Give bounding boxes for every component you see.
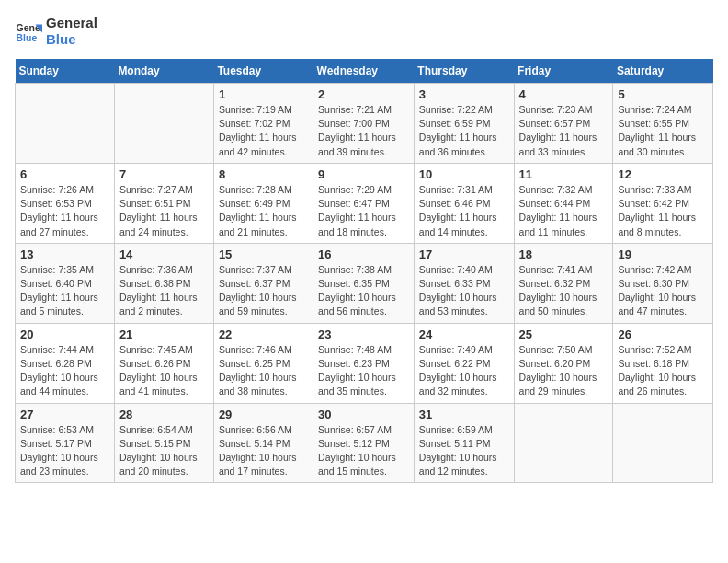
day-number: 14: [119, 247, 209, 261]
weekday-header-wednesday: Wednesday: [313, 59, 415, 84]
logo-icon: General Blue: [15, 17, 42, 45]
calendar-table: SundayMondayTuesdayWednesdayThursdayFrid…: [15, 59, 713, 483]
calendar-cell: 10Sunrise: 7:31 AM Sunset: 6:46 PM Dayli…: [414, 163, 514, 243]
svg-text:Blue: Blue: [17, 32, 38, 43]
weekday-header-thursday: Thursday: [414, 59, 514, 84]
calendar-cell: [514, 403, 613, 483]
calendar-week-2: 6Sunrise: 7:26 AM Sunset: 6:53 PM Daylig…: [16, 163, 713, 243]
weekday-header-row: SundayMondayTuesdayWednesdayThursdayFrid…: [16, 59, 713, 84]
day-number: 2: [318, 87, 409, 101]
day-number: 25: [519, 327, 609, 341]
calendar-cell: [16, 84, 115, 164]
day-info: Sunrise: 7:45 AM Sunset: 6:26 PM Dayligh…: [119, 343, 209, 399]
day-info: Sunrise: 7:42 AM Sunset: 6:30 PM Dayligh…: [618, 263, 708, 319]
day-number: 12: [618, 167, 708, 181]
day-info: Sunrise: 7:50 AM Sunset: 6:20 PM Dayligh…: [519, 343, 609, 399]
calendar-cell: 1Sunrise: 7:19 AM Sunset: 7:02 PM Daylig…: [213, 84, 313, 164]
weekday-header-saturday: Saturday: [613, 59, 713, 84]
calendar-cell: 9Sunrise: 7:29 AM Sunset: 6:47 PM Daylig…: [313, 163, 415, 243]
calendar-week-4: 20Sunrise: 7:44 AM Sunset: 6:28 PM Dayli…: [16, 323, 713, 403]
day-number: 30: [318, 408, 409, 421]
day-info: Sunrise: 7:29 AM Sunset: 6:47 PM Dayligh…: [318, 183, 409, 239]
calendar-cell: 28Sunrise: 6:54 AM Sunset: 5:15 PM Dayli…: [114, 403, 213, 483]
calendar-cell: 18Sunrise: 7:41 AM Sunset: 6:32 PM Dayli…: [514, 243, 613, 323]
day-info: Sunrise: 7:19 AM Sunset: 7:02 PM Dayligh…: [219, 103, 308, 159]
day-info: Sunrise: 6:53 AM Sunset: 5:17 PM Dayligh…: [20, 423, 109, 479]
calendar-cell: 21Sunrise: 7:45 AM Sunset: 6:26 PM Dayli…: [114, 323, 213, 403]
day-info: Sunrise: 7:52 AM Sunset: 6:18 PM Dayligh…: [618, 343, 708, 399]
day-number: 28: [119, 408, 209, 421]
calendar-cell: 26Sunrise: 7:52 AM Sunset: 6:18 PM Dayli…: [613, 323, 713, 403]
weekday-header-friday: Friday: [514, 59, 613, 84]
calendar-cell: 4Sunrise: 7:23 AM Sunset: 6:57 PM Daylig…: [514, 84, 613, 164]
calendar-cell: 3Sunrise: 7:22 AM Sunset: 6:59 PM Daylig…: [414, 84, 514, 164]
day-info: Sunrise: 7:33 AM Sunset: 6:42 PM Dayligh…: [618, 183, 708, 239]
day-info: Sunrise: 7:24 AM Sunset: 6:55 PM Dayligh…: [618, 103, 708, 159]
day-number: 3: [419, 87, 509, 101]
calendar-cell: 29Sunrise: 6:56 AM Sunset: 5:14 PM Dayli…: [213, 403, 313, 483]
day-info: Sunrise: 7:35 AM Sunset: 6:40 PM Dayligh…: [20, 263, 109, 319]
day-info: Sunrise: 7:48 AM Sunset: 6:23 PM Dayligh…: [318, 343, 409, 399]
page-header: General Blue General Blue: [15, 15, 713, 48]
weekday-header-tuesday: Tuesday: [213, 59, 313, 84]
day-info: Sunrise: 6:59 AM Sunset: 5:11 PM Dayligh…: [419, 423, 509, 479]
calendar-cell: 27Sunrise: 6:53 AM Sunset: 5:17 PM Dayli…: [16, 403, 115, 483]
calendar-cell: 22Sunrise: 7:46 AM Sunset: 6:25 PM Dayli…: [213, 323, 313, 403]
day-number: 13: [20, 247, 109, 261]
calendar-cell: [114, 84, 213, 164]
calendar-cell: 19Sunrise: 7:42 AM Sunset: 6:30 PM Dayli…: [613, 243, 713, 323]
calendar-cell: 23Sunrise: 7:48 AM Sunset: 6:23 PM Dayli…: [313, 323, 415, 403]
day-info: Sunrise: 6:56 AM Sunset: 5:14 PM Dayligh…: [219, 423, 308, 479]
day-info: Sunrise: 6:54 AM Sunset: 5:15 PM Dayligh…: [119, 423, 209, 479]
day-info: Sunrise: 7:21 AM Sunset: 7:00 PM Dayligh…: [318, 103, 409, 159]
calendar-cell: 14Sunrise: 7:36 AM Sunset: 6:38 PM Dayli…: [114, 243, 213, 323]
calendar-cell: 12Sunrise: 7:33 AM Sunset: 6:42 PM Dayli…: [613, 163, 713, 243]
weekday-header-monday: Monday: [114, 59, 213, 84]
day-info: Sunrise: 7:38 AM Sunset: 6:35 PM Dayligh…: [318, 263, 409, 319]
day-info: Sunrise: 7:22 AM Sunset: 6:59 PM Dayligh…: [419, 103, 509, 159]
day-number: 10: [419, 167, 509, 181]
weekday-header-sunday: Sunday: [16, 59, 115, 84]
calendar-cell: 25Sunrise: 7:50 AM Sunset: 6:20 PM Dayli…: [514, 323, 613, 403]
day-info: Sunrise: 7:36 AM Sunset: 6:38 PM Dayligh…: [119, 263, 209, 319]
calendar-cell: 24Sunrise: 7:49 AM Sunset: 6:22 PM Dayli…: [414, 323, 514, 403]
day-info: Sunrise: 7:28 AM Sunset: 6:49 PM Dayligh…: [219, 183, 308, 239]
day-number: 29: [219, 408, 308, 421]
logo: General Blue General Blue: [15, 15, 97, 48]
day-info: Sunrise: 7:31 AM Sunset: 6:46 PM Dayligh…: [419, 183, 509, 239]
calendar-cell: 20Sunrise: 7:44 AM Sunset: 6:28 PM Dayli…: [16, 323, 115, 403]
calendar-cell: [613, 403, 713, 483]
calendar-cell: 7Sunrise: 7:27 AM Sunset: 6:51 PM Daylig…: [114, 163, 213, 243]
day-info: Sunrise: 7:23 AM Sunset: 6:57 PM Dayligh…: [519, 103, 609, 159]
day-info: Sunrise: 6:57 AM Sunset: 5:12 PM Dayligh…: [318, 423, 409, 479]
day-number: 18: [519, 247, 609, 261]
day-number: 1: [219, 87, 308, 101]
day-info: Sunrise: 7:44 AM Sunset: 6:28 PM Dayligh…: [20, 343, 109, 399]
day-number: 9: [318, 167, 409, 181]
calendar-cell: 16Sunrise: 7:38 AM Sunset: 6:35 PM Dayli…: [313, 243, 415, 323]
day-info: Sunrise: 7:37 AM Sunset: 6:37 PM Dayligh…: [219, 263, 308, 319]
day-info: Sunrise: 7:27 AM Sunset: 6:51 PM Dayligh…: [119, 183, 209, 239]
day-number: 8: [219, 167, 308, 181]
calendar-week-1: 1Sunrise: 7:19 AM Sunset: 7:02 PM Daylig…: [16, 84, 713, 164]
day-number: 20: [20, 327, 109, 341]
calendar-cell: 2Sunrise: 7:21 AM Sunset: 7:00 PM Daylig…: [313, 84, 415, 164]
day-number: 26: [618, 327, 708, 341]
calendar-cell: 17Sunrise: 7:40 AM Sunset: 6:33 PM Dayli…: [414, 243, 514, 323]
day-info: Sunrise: 7:46 AM Sunset: 6:25 PM Dayligh…: [219, 343, 308, 399]
day-info: Sunrise: 7:40 AM Sunset: 6:33 PM Dayligh…: [419, 263, 509, 319]
day-number: 23: [318, 327, 409, 341]
day-number: 7: [119, 167, 209, 181]
day-number: 19: [618, 247, 708, 261]
day-number: 5: [618, 87, 708, 101]
day-number: 24: [419, 327, 509, 341]
calendar-cell: 11Sunrise: 7:32 AM Sunset: 6:44 PM Dayli…: [514, 163, 613, 243]
day-number: 11: [519, 167, 609, 181]
day-number: 4: [519, 87, 609, 101]
day-info: Sunrise: 7:41 AM Sunset: 6:32 PM Dayligh…: [519, 263, 609, 319]
calendar-week-3: 13Sunrise: 7:35 AM Sunset: 6:40 PM Dayli…: [16, 243, 713, 323]
day-number: 27: [20, 408, 109, 421]
calendar-cell: 30Sunrise: 6:57 AM Sunset: 5:12 PM Dayli…: [313, 403, 415, 483]
calendar-week-5: 27Sunrise: 6:53 AM Sunset: 5:17 PM Dayli…: [16, 403, 713, 483]
day-info: Sunrise: 7:32 AM Sunset: 6:44 PM Dayligh…: [519, 183, 609, 239]
